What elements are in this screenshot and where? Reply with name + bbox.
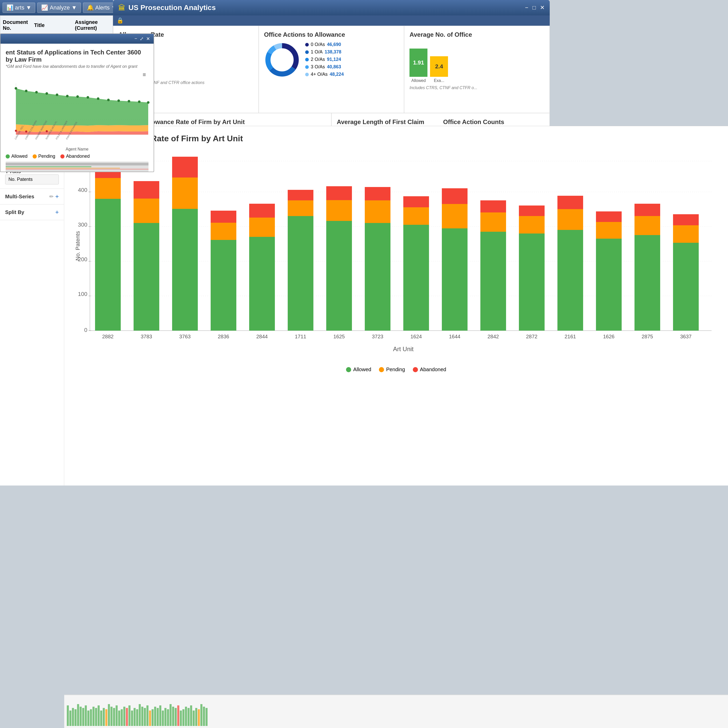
svg-point-24 [76,95,79,98]
svg-rect-113 [147,705,148,726]
bar-examined: 2.4 Exa... [430,41,448,83]
bar-allowed-2 [172,209,198,330]
svg-rect-123 [172,707,174,726]
svg-rect-88 [82,708,84,726]
bar-pending-0 [95,178,121,199]
bar-abandoned-10 [480,200,506,213]
svg-text:1624: 1624 [410,334,422,340]
oa-legend-item-4: 4+ O/As 48,224 [305,72,344,77]
bar-allowed-11 [519,234,544,330]
multiseries-add-btn[interactable]: + [55,193,59,200]
svg-rect-136 [205,708,208,726]
bar-abandoned-4 [249,204,275,217]
svg-text:2161: 2161 [564,334,576,340]
x-axis-label: Agent Name [6,147,148,151]
bar-pending-8 [403,207,429,225]
svg-text:3637: 3637 [680,334,692,340]
bottom-legend-allowed: Allowed [346,367,371,372]
svg-rect-84 [72,708,74,726]
overview-mini-chart [64,694,728,728]
oa-legend-item-2: 2 O/As 91,124 [305,57,344,62]
oa-legend-item-0: 0 O/As 46,690 [305,42,344,47]
bar-allowed-15 [673,243,699,330]
bar-abandoned-11 [519,205,544,216]
config-splitby-section: Split By + [0,205,64,220]
bar-pending-5 [288,200,314,216]
svg-rect-119 [162,711,164,726]
svg-rect-109 [136,709,138,726]
svg-rect-92 [92,707,95,726]
svg-rect-114 [149,711,151,726]
svg-point-33 [25,130,27,133]
svg-rect-89 [85,705,87,726]
chart-window-header: − ⤢ ✕ [0,34,154,44]
col-assignee: Assignee (Current) [72,16,113,35]
close-btn[interactable]: ✕ [540,5,544,11]
bar-abandoned-13 [596,211,622,222]
bar-pending-4 [249,217,275,237]
charts-btn[interactable]: 📊 arts ▼ [3,3,35,13]
svg-rect-118 [159,705,161,726]
chart-menu-icon[interactable]: ≡ [142,72,146,78]
bar-abandoned-3 [211,211,236,223]
config-panel: Includes US Cases Only X-Axis Art Unit Y… [0,126,64,485]
svg-rect-103 [121,709,123,726]
bar-abandoned-2 [172,157,198,177]
splitby-add-btn[interactable]: + [55,209,59,216]
svg-point-22 [56,93,58,96]
bar-pending-2 [172,177,198,209]
svg-rect-106 [128,705,130,726]
svg-rect-134 [200,704,202,726]
svg-rect-82 [67,705,69,726]
svg-rect-43 [6,168,120,168]
analyze-icon: 📈 [41,5,48,11]
maximize-btn[interactable]: □ [532,5,536,11]
svg-rect-85 [75,709,76,726]
col-doc-no: Document No. [0,16,32,35]
bar-pending-9 [442,204,468,228]
chart-legend: Allowed Pending Abandoned [6,154,148,159]
oa-legend-item-1: 1 O/A 138,378 [305,49,344,55]
svg-rect-101 [116,705,118,726]
svg-point-23 [66,95,69,97]
svg-text:2872: 2872 [526,334,538,340]
window-controls: − □ ✕ [525,5,544,11]
svg-rect-116 [154,707,156,726]
overview-svg [64,695,728,728]
bar-pending-7 [365,200,390,223]
expand-chart-btn[interactable]: ⤢ [140,36,144,41]
svg-point-29 [128,100,130,102]
bar-abandoned-12 [557,196,583,209]
svg-rect-133 [198,709,200,726]
avg-office-note: Includes CTRS, CTNF and CTFR o... [410,86,544,90]
legend-pending: Pending [33,154,55,159]
bar-pending-1 [133,199,159,223]
multiseries-edit-btn[interactable]: ✏ [49,193,54,200]
bar-pending-14 [635,216,660,235]
bar-allowed-1 [133,223,159,330]
oa-legend-item-3: 3 O/As 40,863 [305,64,344,70]
svg-rect-98 [108,704,110,726]
svg-rect-96 [103,708,105,726]
splitby-row: Split By + [5,209,59,216]
bar-chart-title: Relative Allowance Rate of Firm by Art U… [75,134,718,143]
close-chart-btn[interactable]: ✕ [146,36,150,41]
bar-abandoned-14 [635,204,660,216]
chart-window: − ⤢ ✕ ent Status of Applications in Tech… [0,34,154,172]
svg-rect-107 [131,711,133,726]
bar-allowed-6 [326,221,352,330]
analyze-dropdown-icon: ▼ [72,5,77,11]
svg-rect-97 [106,709,107,726]
minimize-chart-btn[interactable]: − [135,36,137,41]
analyze-btn[interactable]: 📈 Analyze ▼ [37,3,81,13]
config-multiseries-section: Multi-Series ✏ + [0,189,64,205]
bottom-panel-main: Includes US Cases Only X-Axis Art Unit Y… [0,126,728,485]
svg-rect-93 [95,708,97,726]
minimize-btn[interactable]: − [525,5,528,11]
oa-counts-title: Office Action Counts [443,118,544,125]
config-yaxis-value: No. Patents [5,174,59,184]
svg-rect-102 [118,711,120,726]
svg-text:1625: 1625 [333,334,345,340]
oa-donut-chart [264,42,300,78]
svg-point-27 [107,99,110,101]
